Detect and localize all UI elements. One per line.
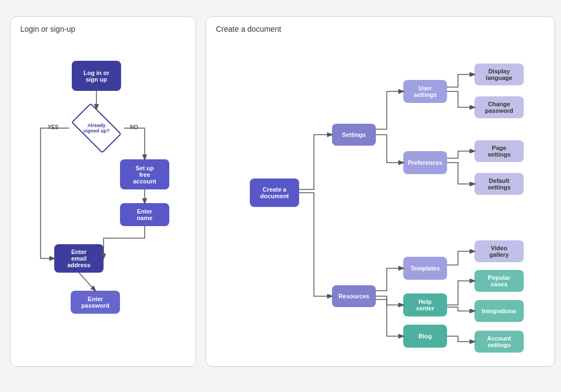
page-settings-node: Page settings [474,140,524,162]
default-settings-node: Default settings [474,173,524,195]
set-up-node: Set up free account [120,159,169,189]
blog-node: Blog [403,325,447,348]
change-password-node: Change password [474,96,524,118]
account-settings-node: Account settings [474,331,524,353]
enter-email-node: Enter email address [54,244,104,273]
already-signed-up-diamond: Already signed up? [69,109,124,147]
enter-password-node: Enter password [71,291,120,314]
left-panel-title: Login or sign-up [20,25,75,33]
popular-cases-node: Popular cases [474,270,524,292]
log-in-node: Log in or sign up [72,61,121,91]
resources-node: Resources [332,285,376,307]
user-settings-node: User settings [403,80,447,103]
svg-line-2 [79,273,95,291]
yes-label: YES [48,124,59,130]
right-panel-title: Create a document [216,25,281,33]
enter-name-node: Enter name [120,203,169,226]
video-gallery-node: Video gallery [474,240,524,262]
integrations-node: Integrations [474,300,524,322]
display-language-node: Display language [474,64,524,85]
create-doc-node: Create a document [250,178,299,207]
help-center-node: Help center [403,293,447,316]
left-panel: Login or sign-up Log in or sign up Alrea… [10,16,196,367]
no-label: NO [130,124,138,130]
preferences-node: Preferences [403,151,447,174]
settings-node: Settings [332,124,376,146]
canvas: Login or sign-up Log in or sign up Alrea… [0,0,561,392]
templates-node: Templates [403,257,447,280]
right-panel: Create a document Create a document Sett… [205,16,555,367]
